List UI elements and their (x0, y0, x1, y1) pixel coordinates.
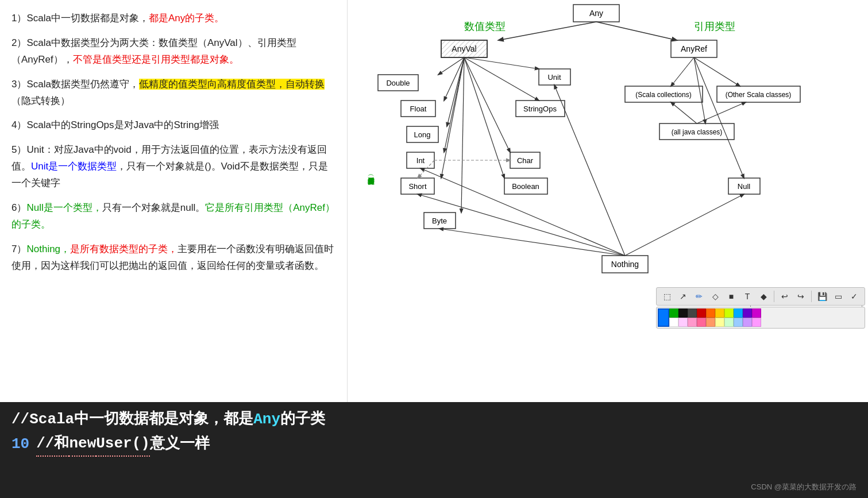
color-yellow-light[interactable] (715, 318, 724, 327)
svg-line-23 (447, 57, 464, 126)
stringops-node: StringOps (523, 105, 557, 113)
type-hierarchy-diagram: 数值类型 引用类型 Any AnyVal AnyRef Double Float (348, 0, 868, 333)
color-orange[interactable] (706, 308, 715, 318)
svg-line-31 (671, 57, 694, 86)
svg-line-28 (464, 57, 539, 101)
color-yellow[interactable] (715, 308, 724, 318)
byte-node: Byte (432, 217, 447, 225)
paragraph-7: 7）Nothing，是所有数据类型的子类，主要用在一个函数没有明确返回值时使用，… (11, 241, 335, 275)
svg-rect-2 (441, 40, 487, 57)
toolbar-color-row (656, 307, 865, 329)
other-scala-node: (Other Scala classes) (726, 91, 792, 99)
toolbar-text-btn[interactable]: T (740, 289, 754, 303)
color-rose[interactable] (688, 318, 697, 327)
color-palette (669, 308, 761, 327)
toolbar-check-btn[interactable]: ✓ (847, 289, 861, 303)
color-lime[interactable] (724, 308, 734, 318)
color-lavender[interactable] (743, 318, 752, 327)
toolbar-edit-btn[interactable]: ✏ (692, 289, 706, 303)
java-classes-node: (all java classes) (672, 128, 723, 136)
svg-line-41 (625, 194, 744, 256)
ref-type-label: 引用类型 (694, 21, 735, 32)
color-pink-light[interactable] (678, 318, 688, 327)
boolean-node: Boolean (512, 182, 539, 191)
color-magenta[interactable] (752, 308, 761, 318)
paragraph-2: 2）Scala中数据类型分为两大类：数值类型（AnyVal）、引用类型（AnyR… (11, 35, 335, 68)
toolbar-copy-btn[interactable]: ⬚ (660, 289, 674, 303)
bottom-bar: //Scala中一切数据都是对象，都是Any的子类 10 //和new User… (0, 402, 868, 498)
svg-line-26 (461, 57, 464, 213)
color-sky[interactable] (734, 318, 743, 327)
toolbar-square-btn[interactable]: ■ (724, 289, 738, 303)
svg-line-30 (464, 57, 504, 178)
active-color-indicator[interactable] (658, 308, 669, 327)
toolbar-diamond-btn[interactable]: ◆ (757, 289, 770, 303)
nothing-node: Nothing (611, 260, 639, 269)
right-panel: 数值类型 引用类型 Any AnyVal AnyRef Double Float (348, 0, 868, 402)
left-panel: 1）Scala中一切数据都是对象，都是Any的子类。 2）Scala中数据类型分… (0, 0, 348, 402)
long-node: Long (414, 130, 431, 139)
double-node: Double (386, 79, 410, 87)
svg-line-32 (694, 57, 740, 86)
null-node: Null (738, 182, 751, 191)
numeric-type-label: 数值类型 (464, 21, 506, 32)
bottom-code-block: //Scala中一切数据都是对象，都是Any的子类 10 //和new User… (11, 408, 325, 457)
color-darkgray[interactable] (688, 308, 697, 318)
color-mint[interactable] (724, 318, 734, 327)
color-cyan[interactable] (734, 308, 743, 318)
scala-collections-node: (Scala collections) (635, 91, 691, 99)
svg-line-29 (464, 57, 510, 152)
paragraph-3: 3）Scala数据类型仍然遵守，低精度的值类型向高精度值类型，自动转换（隐式转换… (11, 76, 335, 110)
code-line-2: 10 //和new User()意义一样 (11, 432, 325, 457)
svg-line-4 (499, 22, 596, 40)
watermark: CSDN @菜菜的大数据开发の路 (751, 482, 857, 492)
short-node: Short (408, 182, 426, 191)
unit-node: Unit (547, 73, 561, 82)
int-node: Int (416, 156, 425, 165)
svg-line-35 (671, 102, 697, 123)
paragraph-1: 1）Scala中一切数据都是对象，都是Any的子类。 (11, 10, 335, 27)
svg-line-5 (596, 22, 677, 40)
toolbar-redo-btn[interactable]: ↪ (794, 289, 808, 303)
svg-line-27 (464, 57, 539, 69)
line-number: 10 (11, 433, 29, 457)
toolbar-link-btn[interactable]: ↗ (676, 289, 690, 303)
color-purple[interactable] (743, 308, 752, 318)
svg-line-36 (697, 102, 746, 123)
color-white[interactable] (669, 318, 678, 327)
code-line-1: //Scala中一切数据都是对象，都是Any的子类 (11, 408, 325, 432)
toolbar-undo-btn[interactable]: ↩ (778, 289, 792, 303)
color-hot-pink[interactable] (697, 318, 706, 327)
color-green[interactable] (669, 308, 678, 318)
toolbar-paint-btn[interactable]: ◇ (708, 289, 722, 303)
paragraph-4: 4）Scala中的StringOps是对Java中的String增强 (11, 117, 335, 134)
vertical-label: 用矩形框表示（需要转换） (368, 174, 375, 185)
toolbar-main-row: ⬚ ↗ ✏ ◇ ■ T ◆ ↩ ↪ 💾 ▭ ✓ (656, 287, 865, 306)
color-orchid[interactable] (752, 318, 761, 327)
svg-line-34 (694, 57, 744, 178)
svg-line-37 (439, 229, 625, 256)
any-node: Any (589, 9, 603, 18)
toolbar-save-btn[interactable]: 💾 (815, 289, 829, 303)
color-salmon[interactable] (706, 318, 715, 327)
toolbar-overlay: ⬚ ↗ ✏ ◇ ■ T ◆ ↩ ↪ 💾 ▭ ✓ (656, 287, 865, 329)
float-node: Float (410, 105, 427, 113)
char-node: Char (517, 156, 534, 165)
color-black[interactable] (678, 308, 688, 318)
paragraph-6: 6）Null是一个类型，只有一个对象就是null。它是所有引用类型（AnyRef… (11, 200, 335, 233)
anyref-node: AnyRef (681, 44, 707, 53)
paragraph-5: 5）Unit：对应Java中的void，用于方法返回值的位置，表示方法没有返回值… (11, 142, 335, 192)
toolbar-frame-btn[interactable]: ▭ (831, 289, 845, 303)
color-red[interactable] (697, 308, 706, 318)
